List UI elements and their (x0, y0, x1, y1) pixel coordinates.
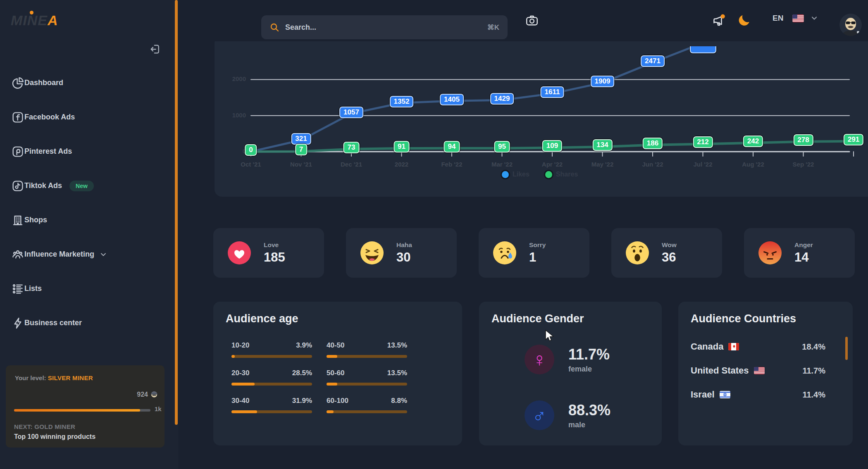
image-search-camera-icon[interactable] (525, 14, 539, 28)
clipped-data-point-label (690, 46, 716, 53)
age-bar-track (327, 410, 407, 413)
minea-logo[interactable]: MINEA (11, 12, 58, 29)
next-level-desc: Top 100 winning products (14, 433, 95, 440)
sidebar-scrollbar[interactable] (175, 0, 178, 425)
sidebar-item-facebook-ads[interactable]: Facebook Ads (0, 100, 178, 134)
female-label: female (568, 365, 610, 374)
x-axis-label: 2022 (379, 161, 424, 168)
age-range: 40-50 (327, 341, 344, 350)
country-row-israel: Israel 11.4% (691, 389, 825, 400)
age-bar-fill (231, 383, 255, 386)
miner-icon (150, 389, 159, 398)
reaction-card-anger: Anger 14 (744, 228, 855, 278)
search-shortcut: ⌘K (487, 23, 499, 32)
age-range: 30-40 (231, 397, 249, 405)
engagement-chart-card: 010002000Oct '21Nov '21Dec '212022Feb '2… (215, 36, 868, 197)
data-point-label: 0 (245, 144, 257, 156)
audience-age-card: Audience age 10-203.9% 20-3028.5% 30-403… (213, 302, 462, 445)
age-row: 40-5013.5% (327, 341, 407, 358)
sidebar-item-influence-marketing[interactable]: Influence Marketing (0, 237, 178, 271)
dark-mode-moon-icon[interactable] (737, 13, 751, 27)
sidebar: MINEA Dashboard Facebook Ads Pinterest A… (0, 0, 178, 469)
reaction-label: Haha (396, 241, 412, 249)
age-range: 60-100 (327, 397, 348, 405)
user-level-card: Your level: SILVER MINER 924 1k NEXT: GO… (6, 365, 165, 448)
announcements-megaphone-icon[interactable] (711, 13, 726, 28)
people-icon (11, 248, 24, 261)
y-axis-label: 1000 (221, 112, 246, 119)
sidebar-item-dashboard[interactable]: Dashboard (0, 66, 178, 100)
shares-legend-dot (545, 171, 552, 178)
age-bar-fill (327, 410, 334, 413)
search-input[interactable] (285, 23, 487, 32)
legend-item-shares[interactable]: Shares (545, 171, 578, 178)
country-row-canada: Canada 18.4% (691, 341, 825, 352)
age-bar-track (327, 383, 407, 386)
mouse-cursor (545, 330, 556, 344)
data-point-label: 291 (844, 134, 863, 145)
data-point-label: 1909 (591, 76, 615, 87)
age-pct: 28.5% (292, 369, 312, 377)
reaction-card-wow: Wow 36 (611, 228, 722, 278)
sidebar-item-label: Pinterest Ads (24, 147, 72, 156)
language-code: EN (773, 14, 783, 23)
logo-text-dark: MINE (11, 12, 48, 28)
user-avatar[interactable] (839, 14, 862, 36)
age-pct: 13.5% (387, 341, 407, 350)
sidebar-item-business-center[interactable]: Business center (0, 306, 178, 340)
legend-item-likes[interactable]: Likes (502, 171, 529, 178)
sidebar-item-shops[interactable]: Shops (0, 203, 178, 237)
country-name: Israel (691, 389, 715, 400)
data-point-label: 73 (343, 142, 360, 153)
age-bar-fill (231, 410, 257, 413)
sidebar-item-lists[interactable]: Lists (0, 271, 178, 306)
language-selector[interactable]: EN (773, 14, 818, 23)
x-axis-label: Jul '22 (680, 161, 726, 168)
reaction-count: 36 (662, 250, 677, 265)
audience-countries-title: Audience Countries (691, 312, 796, 325)
age-bar-track (231, 410, 312, 413)
reaction-count: 1 (529, 250, 546, 265)
audience-age-title: Audience age (226, 312, 298, 325)
reaction-label: Sorry (529, 241, 546, 249)
reaction-label: Love (264, 241, 285, 249)
pinterest-icon (11, 145, 24, 158)
sidebar-nav: Dashboard Facebook Ads Pinterest Ads Tik… (0, 66, 178, 340)
sidebar-item-label: Facebook Ads (24, 113, 75, 121)
reaction-count: 14 (794, 250, 813, 265)
x-axis-label: Nov '21 (279, 161, 324, 168)
country-pct: 11.7% (802, 366, 825, 376)
sidebar-item-tiktok-ads[interactable]: Tiktok Ads New (0, 169, 178, 203)
anger-emoji-icon (757, 240, 783, 266)
data-point-label: 2471 (641, 55, 665, 67)
haha-emoji-icon (359, 240, 385, 266)
age-bar-track (231, 383, 312, 386)
data-point-label: 7 (295, 144, 307, 155)
age-bar-track (327, 355, 407, 358)
y-axis-label: 0 (221, 148, 246, 155)
audience-gender-title: Audience Gender (491, 312, 584, 325)
data-point-label: 242 (743, 136, 763, 147)
x-axis-label: May '22 (580, 161, 625, 168)
countries-scrollbar[interactable] (845, 337, 848, 360)
sidebar-collapse-icon[interactable] (149, 43, 161, 55)
male-label: male (568, 421, 610, 429)
x-axis-label: Aug '22 (730, 161, 776, 168)
sidebar-item-label: Shops (24, 216, 47, 224)
reaction-count: 185 (264, 250, 285, 265)
search-box[interactable]: ⌘K (261, 15, 508, 39)
sidebar-item-pinterest-ads[interactable]: Pinterest Ads (0, 134, 178, 169)
sorry-emoji-icon (492, 240, 517, 266)
age-pct: 8.8% (391, 397, 407, 405)
male-pct: 88.3% (568, 402, 610, 419)
reaction-label: Wow (662, 241, 677, 249)
level-progress-track (14, 409, 150, 412)
data-point-label: 212 (693, 136, 713, 148)
sidebar-item-label: Influence Marketing (24, 250, 94, 259)
age-pct: 31.9% (292, 397, 312, 405)
age-pct: 3.9% (296, 341, 312, 350)
new-badge: New (69, 181, 94, 191)
data-point-label: 1057 (339, 107, 363, 118)
love-emoji-icon (227, 240, 252, 266)
search-icon (269, 22, 279, 32)
